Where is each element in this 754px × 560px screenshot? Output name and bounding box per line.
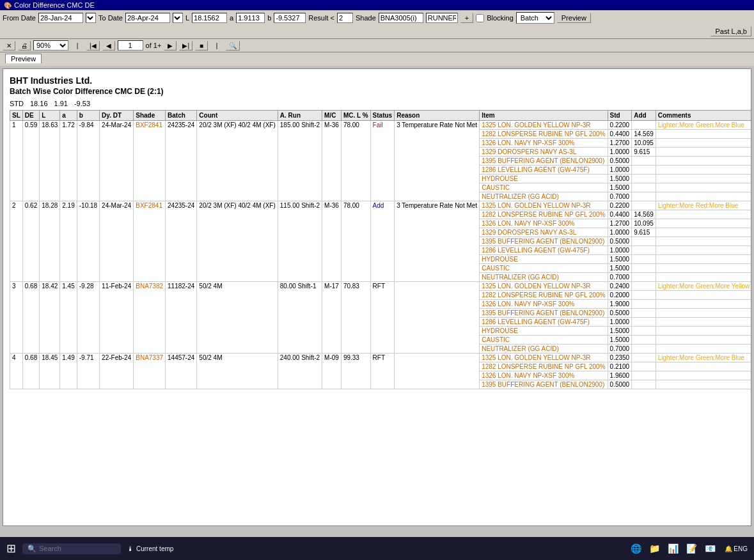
- blocking-checkbox[interactable]: [476, 14, 484, 22]
- preview-button[interactable]: Preview: [557, 13, 591, 23]
- item-cell: NEUTRALIZER (GG ACID): [480, 345, 608, 354]
- batch-dropdown[interactable]: Batch: [516, 12, 554, 24]
- page-total: of 1+: [146, 42, 162, 49]
- first-page-button[interactable]: |◀: [86, 41, 100, 51]
- l-input[interactable]: [192, 13, 227, 23]
- table-cell: 1: [10, 121, 23, 201]
- stop-button[interactable]: ■: [195, 41, 208, 51]
- next-page-button[interactable]: ▶: [164, 41, 177, 51]
- col-comments: Comments: [656, 111, 751, 121]
- from-date-dropdown[interactable]: ▼: [86, 13, 96, 23]
- zoom-select[interactable]: 90%100%75%: [33, 40, 68, 51]
- add-cell: [632, 175, 656, 183]
- add-cell: [632, 282, 656, 291]
- item-cell: 1282 LONSPERSE RUBINE NP GFL 200%: [480, 210, 608, 219]
- search-button[interactable]: 🔍: [226, 41, 240, 51]
- std-cell: 1.0000: [608, 318, 632, 327]
- std-cell: 0.5000: [608, 380, 632, 389]
- col-shade: Shade: [134, 111, 166, 121]
- table-cell: 24235-24: [166, 201, 197, 282]
- add-cell: 14.569: [632, 210, 656, 219]
- toolbar-row-2: Past L,a,b: [263, 26, 751, 36]
- table-cell: 2.19: [60, 201, 77, 282]
- std-cell: 1.5000: [608, 175, 632, 183]
- table-row: 40.6818.451.49-9.7122-Feb-24BNA733714457…: [10, 354, 752, 362]
- item-cell: 1282 LONSPERSE RUBINE NP GFL 200%: [480, 362, 608, 371]
- table-cell: 99.33: [341, 354, 370, 389]
- table-cell: 0.59: [22, 121, 39, 201]
- table-cell: 18.63: [40, 121, 60, 201]
- runner-plus-button[interactable]: +: [460, 13, 473, 23]
- last-page-button[interactable]: ▶|: [179, 41, 192, 51]
- add-cell: 10.095: [632, 139, 656, 148]
- add-cell: 9.615: [632, 148, 656, 157]
- table-cell: M-36: [322, 121, 342, 201]
- preview-tab[interactable]: Preview: [5, 54, 42, 63]
- table-cell: 22-Feb-24: [100, 354, 134, 389]
- item-cell: 1286 LEVELLING AGENT (GW-475F): [480, 318, 608, 327]
- add-cell: [632, 192, 656, 201]
- std-cell: 0.5000: [608, 237, 632, 246]
- to-date-dropdown[interactable]: ▼: [173, 13, 183, 23]
- to-date-input[interactable]: [125, 13, 170, 23]
- add-cell: [632, 237, 656, 246]
- table-cell: 14457-24: [166, 354, 197, 389]
- past-lab-button[interactable]: Past L,a,b: [711, 26, 751, 36]
- item-cell: 1325 LON. GOLDEN YELLOW NP-3R: [480, 201, 608, 210]
- item-cell: 1395 BUFFERING AGENT (BENLON2900): [480, 309, 608, 318]
- b-input[interactable]: [274, 13, 306, 23]
- table-cell: 4: [10, 354, 23, 389]
- item-cell: HYDROUSE: [480, 327, 608, 336]
- item-cell: 1326 LON. NAVY NP-XSF 300%: [480, 219, 608, 228]
- add-cell: [632, 121, 656, 130]
- main-table: SL DE L a b Dy. DT Shade Batch Count A. …: [10, 110, 751, 389]
- item-cell: 1286 LEVELLING AGENT (GW-475F): [480, 246, 608, 255]
- std-cell: 1.5000: [608, 183, 632, 192]
- col-de: DE: [22, 111, 39, 121]
- std-a: 1.91: [54, 100, 68, 107]
- comments-cell: [656, 336, 751, 345]
- comments-cell: [656, 157, 751, 166]
- app-icon: 🎨: [4, 2, 12, 9]
- table-cell: M-09: [322, 354, 342, 389]
- std-cell: 1.0000: [608, 166, 632, 175]
- table-cell: M-36: [322, 201, 342, 282]
- table-cell: BXF2841: [134, 201, 166, 282]
- add-cell: [632, 362, 656, 371]
- item-cell: 1282 LONSPERSE RUBINE NP GFL 200%: [480, 291, 608, 300]
- item-cell: 1395 BUFFERING AGENT (BENLON2900): [480, 237, 608, 246]
- result-input[interactable]: [337, 13, 353, 23]
- from-date-input[interactable]: [38, 13, 83, 23]
- print-button[interactable]: 🖨: [18, 41, 31, 51]
- add-cell: [632, 354, 656, 362]
- add-cell: [632, 201, 656, 210]
- std-cell: 0.2200: [608, 121, 632, 130]
- table-row: 30.6818.421.45-9.2811-Feb-24BNA738211182…: [10, 282, 752, 291]
- comments-cell: [656, 327, 751, 336]
- std-cell: 1.2700: [608, 139, 632, 148]
- item-cell: HYDROUSE: [480, 175, 608, 183]
- table-cell: 185.00 Shift-2: [278, 121, 322, 201]
- item-cell: NEUTRALIZER (GG ACID): [480, 192, 608, 201]
- table-cell: 24-Mar-24: [100, 201, 134, 282]
- table-cell: -9.71: [77, 354, 99, 389]
- add-cell: [632, 371, 656, 380]
- prev-page-button[interactable]: ◀: [102, 41, 115, 51]
- table-cell: 50/2 4M: [197, 282, 278, 354]
- comments-cell: [656, 130, 751, 139]
- runner-input[interactable]: [426, 13, 458, 23]
- report-title: Batch Wise Color Difference CMC DE (2:1): [10, 87, 744, 96]
- std-row: STD 18.16 1.91 -9.53: [10, 100, 744, 107]
- shade-input[interactable]: [379, 13, 423, 23]
- add-cell: [632, 246, 656, 255]
- a-input[interactable]: [236, 13, 265, 23]
- preview-tab-bar: Preview: [0, 52, 754, 66]
- std-l: 18.16: [30, 100, 48, 107]
- std-cell: 0.2400: [608, 282, 632, 291]
- close-button[interactable]: ✕: [3, 41, 15, 51]
- add-cell: [632, 166, 656, 175]
- separator-icon: |: [71, 42, 84, 50]
- col-mc: M/C: [322, 111, 342, 121]
- page-number-input[interactable]: [118, 40, 143, 51]
- comments-cell: [656, 166, 751, 175]
